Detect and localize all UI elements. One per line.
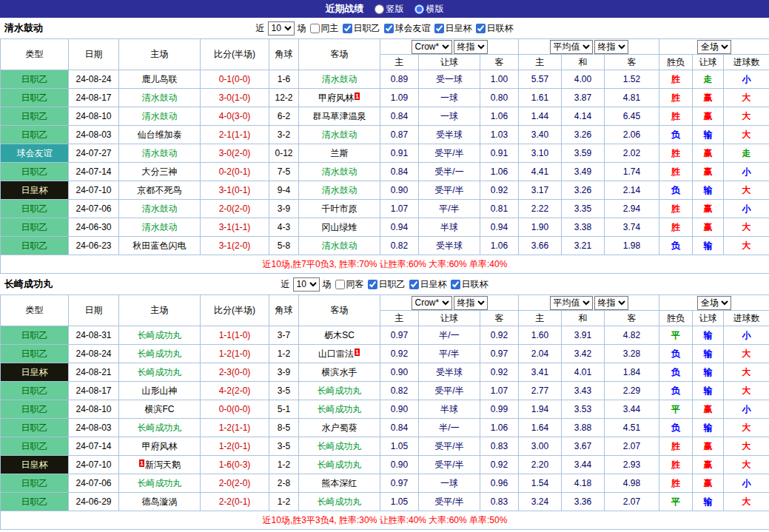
corner-cell: 5-8 [269, 237, 299, 255]
crow-home-odds: 0.90 [380, 456, 419, 474]
goals-result-cell: 小 [724, 326, 769, 345]
team-name-text: 京都不死鸟 [138, 185, 182, 195]
league-filter-option[interactable]: 日皇杯 [433, 22, 472, 35]
home-team-cell: 大分三神 [119, 163, 201, 181]
avg-draw-odds: 4.18 [562, 474, 605, 493]
avg-away-odds: 3.28 [605, 345, 659, 363]
league-checkbox[interactable] [343, 24, 352, 33]
score-cell: 3-1(1-1) [201, 218, 269, 237]
home-team-cell: 鹿儿岛联 [119, 70, 201, 89]
final-odds-select-2[interactable]: 终指 [594, 296, 628, 310]
corner-cell: 1-2 [269, 345, 299, 363]
column-subheader: 主 [380, 311, 419, 326]
horizontal-radio[interactable] [414, 4, 424, 14]
result-cell: 负 [659, 419, 693, 437]
avg-away-odds: 2.06 [605, 126, 659, 144]
crow-away-odds: 0.96 [480, 474, 519, 493]
league-checkbox[interactable] [368, 280, 377, 289]
result-cell: 负 [659, 382, 693, 400]
team-name-text: 长崎成功丸 [318, 404, 362, 414]
average-select[interactable]: 平均值 [550, 40, 593, 54]
avg-away-odds: 4.81 [605, 89, 659, 107]
same-venue-checkbox[interactable] [310, 24, 320, 33]
league-filter-option[interactable]: 日联杯 [449, 278, 488, 291]
team-name-text: 清水鼓动 [142, 111, 178, 121]
team-name-text: 清水鼓动 [322, 166, 357, 177]
league-cell: 日职乙 [1, 382, 69, 400]
bookmaker-select[interactable]: Crow* [412, 40, 452, 54]
handicap-result-cell: 输 [693, 326, 724, 345]
avg-away-odds: 2.02 [605, 144, 659, 163]
avg-draw-odds: 3.87 [562, 89, 605, 107]
page-title: 近期战绩 [326, 2, 364, 16]
league-checkbox[interactable] [409, 280, 419, 289]
average-select[interactable]: 平均值 [550, 296, 593, 310]
team-name: 清水鼓动 [4, 21, 43, 35]
full-match-select[interactable]: 全场 [697, 40, 731, 54]
avg-home-odds: 1.60 [519, 326, 562, 345]
home-team-cell: 长崎成功丸 [119, 363, 201, 382]
league-checkbox[interactable] [451, 280, 460, 289]
team-name-text: 冈山绿雉 [322, 222, 357, 232]
home-team-cell: 清水鼓动 [119, 144, 201, 163]
summary-row: 近10场,胜3平3负4, 胜率:30% 让胜率:40% 大率:60% 单率:50… [1, 511, 769, 530]
final-odds-select[interactable]: 终指 [454, 296, 488, 310]
handicap-result-cell: 输 [693, 419, 724, 437]
league-cell: 日职乙 [1, 70, 69, 89]
corner-cell: 1-2 [269, 456, 299, 474]
column-subheader: 让球 [693, 311, 724, 326]
crow-home-odds: 0.87 [380, 126, 419, 144]
avg-away-odds: 1.74 [605, 163, 659, 181]
match-count-select[interactable]: 10 [268, 21, 295, 36]
handicap-result-cell: 走 [693, 70, 724, 89]
vertical-layout-option[interactable]: 竖版 [375, 3, 404, 16]
crow-home-odds: 1.09 [380, 89, 419, 107]
league-checkbox[interactable] [434, 24, 444, 33]
crow-home-odds: 0.92 [380, 345, 419, 363]
result-cell: 胜 [659, 474, 693, 493]
league-cell: 日职乙 [1, 437, 69, 456]
vertical-radio[interactable] [375, 4, 384, 14]
team-name-text: 清水鼓动 [142, 222, 178, 232]
corner-cell: 5-1 [269, 400, 299, 419]
team-name-text: 清水鼓动 [322, 240, 357, 251]
corner-cell: 8-5 [269, 419, 299, 437]
league-filter-option[interactable]: 日职乙 [341, 22, 380, 35]
goals-result-cell: 小 [724, 474, 769, 493]
team-name-text: 清水鼓动 [142, 92, 178, 103]
team-name-text: 长崎成功丸 [138, 349, 182, 359]
league-filter-option[interactable]: 日联杯 [474, 22, 514, 35]
summary-row: 近10场,胜7平0负3, 胜率:70% 让胜率:60% 大率:60% 单率:40… [1, 255, 769, 274]
match-count-select[interactable]: 10 [293, 277, 320, 292]
league-filter-option[interactable]: 球会友谊 [383, 22, 431, 35]
match-row: 日职乙24-08-17山形山神4-2(2-0)3-5长崎成功丸0.82受平/半1… [1, 382, 769, 400]
same-venue-option[interactable]: 同客 [334, 278, 364, 291]
team-name-text: 清水鼓动 [322, 74, 357, 84]
crow-away-odds: 1.06 [480, 163, 519, 181]
horizontal-layout-option[interactable]: 横版 [414, 3, 444, 16]
league-checkbox[interactable] [384, 24, 394, 33]
avg-away-odds: 3.44 [605, 400, 659, 419]
match-row: 日职乙24-08-10横滨FC0-0(0-0)5-1长崎成功丸0.90半球0.9… [1, 400, 769, 419]
column-subheader: 主 [519, 311, 562, 326]
crow-away-odds: 0.81 [480, 200, 519, 218]
league-checkbox[interactable] [476, 24, 486, 33]
crow-away-odds: 0.97 [480, 345, 519, 363]
league-filter-option[interactable]: 日皇杯 [408, 278, 447, 291]
same-venue-option[interactable]: 同主 [309, 22, 339, 35]
match-row: 日职乙24-07-14甲府风林1-2(0-1)3-5长崎成功丸1.05受平/半0… [1, 437, 769, 456]
bookmaker-odds-header: Crow*终指 [380, 295, 519, 311]
full-match-select[interactable]: 全场 [697, 296, 731, 310]
team-name-text: 新泻天鹅 [145, 459, 181, 470]
same-venue-checkbox[interactable] [335, 280, 345, 289]
final-odds-select[interactable]: 终指 [454, 40, 488, 54]
away-team-cell: 长崎成功丸 [299, 437, 380, 456]
final-odds-select-2[interactable]: 终指 [594, 40, 628, 54]
league-filter-option[interactable]: 日职乙 [366, 278, 406, 291]
corner-cell: 3-2 [269, 126, 299, 144]
corner-cell: 2-8 [269, 474, 299, 493]
result-cell: 平 [659, 493, 693, 511]
bookmaker-select[interactable]: Crow* [412, 296, 452, 310]
column-header: 角球 [269, 295, 299, 326]
league-filter-label: 日职乙 [354, 22, 380, 35]
